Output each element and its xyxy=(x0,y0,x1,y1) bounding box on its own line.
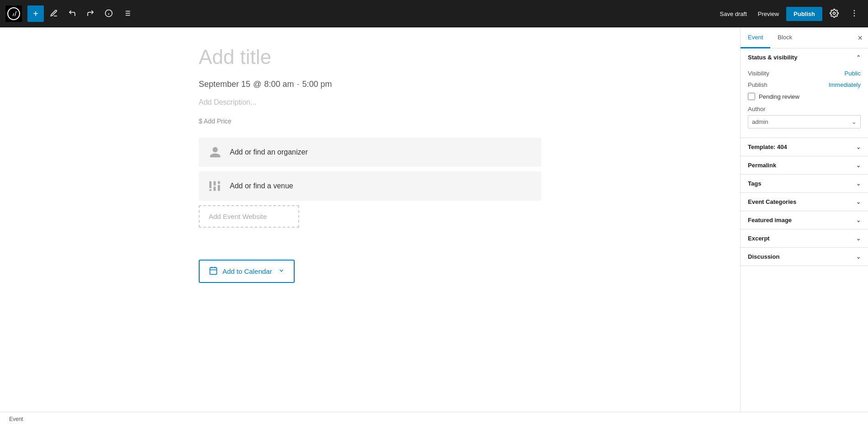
publish-button[interactable]: Publish xyxy=(786,7,822,21)
redo-button[interactable] xyxy=(82,5,99,22)
event-categories-header[interactable]: Event Categories ⌄ xyxy=(741,193,868,211)
svg-point-9 xyxy=(833,12,836,14)
excerpt-section: Excerpt ⌄ xyxy=(741,229,868,248)
pending-review-checkbox[interactable] xyxy=(748,93,755,100)
info-button[interactable] xyxy=(101,5,117,22)
excerpt-title: Excerpt xyxy=(748,235,770,242)
edit-button[interactable] xyxy=(46,5,62,22)
excerpt-header[interactable]: Excerpt ⌄ xyxy=(741,229,868,247)
tab-block[interactable]: Block xyxy=(770,27,799,48)
discussion-header[interactable]: Discussion ⌄ xyxy=(741,248,868,266)
venue-icon xyxy=(208,179,222,193)
toolbar: + xyxy=(0,0,868,27)
svg-point-10 xyxy=(854,10,855,11)
right-sidebar: Event Block × Status & visibility ⌃ Visi… xyxy=(740,27,868,412)
status-visibility-title: Status & visibility xyxy=(748,54,797,61)
sidebar-tabs: Event Block × xyxy=(741,27,868,48)
svg-rect-13 xyxy=(210,267,217,274)
event-categories-title: Event Categories xyxy=(748,198,796,205)
visibility-value[interactable]: Public xyxy=(845,70,861,77)
template-section: Template: 404 ⌄ xyxy=(741,138,868,156)
publish-label: Publish xyxy=(748,81,767,88)
tags-title: Tags xyxy=(748,180,761,187)
save-draft-button[interactable]: Save draft xyxy=(716,8,751,20)
discussion-section: Discussion ⌄ xyxy=(741,248,868,266)
add-venue-label: Add or find a venue xyxy=(230,182,293,190)
status-visibility-body: Visibility Public Publish Immediately Pe… xyxy=(741,66,868,138)
add-organizer-row[interactable]: Add or find an organizer xyxy=(199,138,541,167)
permalink-header[interactable]: Permalink ⌄ xyxy=(741,156,868,174)
event-time-end[interactable]: 5:00 pm xyxy=(302,80,332,89)
add-price[interactable]: $ Add Price xyxy=(199,117,541,125)
author-value: admin xyxy=(752,118,768,125)
discussion-title: Discussion xyxy=(748,253,779,260)
featured-image-header[interactable]: Featured image ⌄ xyxy=(741,211,868,229)
featured-image-section: Featured image ⌄ xyxy=(741,211,868,229)
status-visibility-section: Status & visibility ⌃ Visibility Public … xyxy=(741,48,868,138)
chevron-down-icon: ⌄ xyxy=(856,199,861,205)
status-label: Event xyxy=(9,416,23,422)
chevron-down-icon: ⌄ xyxy=(856,181,861,187)
event-description[interactable]: Add Description... xyxy=(199,98,541,106)
more-options-button[interactable] xyxy=(846,5,863,22)
author-section: Author admin ⌄ xyxy=(748,106,861,128)
visibility-label: Visibility xyxy=(748,70,769,77)
redo-icon xyxy=(86,9,95,19)
template-title: Template: 404 xyxy=(748,144,787,150)
event-datetime: September 15 @ 8:00 am - 5:00 pm xyxy=(199,80,541,89)
tags-section: Tags ⌄ xyxy=(741,175,868,193)
status-visibility-header[interactable]: Status & visibility ⌃ xyxy=(741,48,868,66)
main-layout: Add title September 15 @ 8:00 am - 5:00 … xyxy=(0,27,868,412)
chevron-down-icon: ⌄ xyxy=(856,254,861,260)
add-block-button[interactable]: + xyxy=(27,5,44,22)
featured-image-title: Featured image xyxy=(748,217,792,224)
preview-button[interactable]: Preview xyxy=(754,8,783,20)
visibility-row: Visibility Public xyxy=(748,70,861,77)
add-event-website[interactable]: Add Event Website xyxy=(199,205,299,228)
undo-icon xyxy=(68,9,76,19)
gear-icon xyxy=(830,9,839,19)
tags-header[interactable]: Tags ⌄ xyxy=(741,175,868,192)
chevron-down-icon: ⌄ xyxy=(852,118,857,125)
event-categories-section: Event Categories ⌄ xyxy=(741,193,868,211)
pending-review-label: Pending review xyxy=(759,93,799,100)
event-time-start[interactable]: 8:00 am xyxy=(264,80,294,89)
chevron-down-icon: ⌄ xyxy=(856,162,861,169)
at-symbol: @ xyxy=(253,80,261,89)
add-venue-row[interactable]: Add or find a venue xyxy=(199,171,541,201)
event-date[interactable]: September 15 xyxy=(199,80,250,89)
svg-point-11 xyxy=(854,12,855,14)
info-icon xyxy=(105,9,113,19)
chevron-down-icon: ⌄ xyxy=(856,217,861,224)
chevron-down-icon: ⌄ xyxy=(856,235,861,242)
publish-value[interactable]: Immediately xyxy=(829,81,861,88)
author-label: Author xyxy=(748,106,765,112)
calendar-icon xyxy=(209,266,218,277)
wp-logo xyxy=(5,5,22,22)
add-price-label: $ Add Price xyxy=(199,117,232,125)
list-view-button[interactable] xyxy=(119,5,135,22)
post-title[interactable]: Add title xyxy=(199,46,541,69)
publish-row: Publish Immediately xyxy=(748,81,861,88)
editor-content: Add title September 15 @ 8:00 am - 5:00 … xyxy=(199,46,541,283)
organizer-icon xyxy=(208,145,222,160)
sidebar-close-button[interactable]: × xyxy=(852,30,868,46)
author-select[interactable]: admin ⌄ xyxy=(748,115,861,128)
settings-button[interactable] xyxy=(826,5,842,22)
chevron-down-icon xyxy=(278,267,285,275)
permalink-title: Permalink xyxy=(748,162,776,169)
chevron-up-icon: ⌃ xyxy=(856,54,861,61)
undo-button[interactable] xyxy=(64,5,80,22)
chevron-down-icon: ⌄ xyxy=(856,144,861,150)
add-to-calendar-label: Add to Calendar xyxy=(222,267,272,275)
status-bar: Event xyxy=(0,412,868,426)
add-organizer-label: Add or find an organizer xyxy=(230,148,308,156)
ellipsis-icon xyxy=(850,9,859,19)
tab-event[interactable]: Event xyxy=(741,27,770,48)
list-icon xyxy=(123,9,131,19)
pending-review-row: Pending review xyxy=(748,93,861,100)
time-separator: - xyxy=(296,80,299,89)
permalink-section: Permalink ⌄ xyxy=(741,156,868,175)
template-header[interactable]: Template: 404 ⌄ xyxy=(741,138,868,156)
add-to-calendar-button[interactable]: Add to Calendar xyxy=(199,260,295,283)
